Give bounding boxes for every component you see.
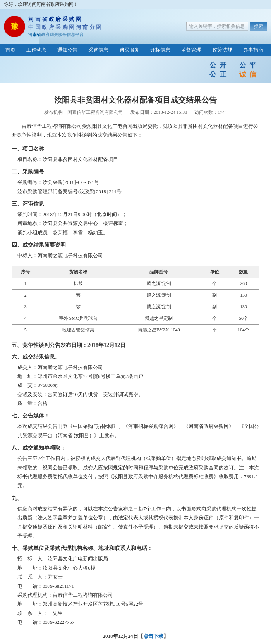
top-bar-message: 你好，欢迎访问河南省政府采购网！ <box>4 2 78 7</box>
table-cell: 腾之源/定制 <box>117 289 201 301</box>
table-cell: 室外 SMC乒乓球台 <box>39 313 117 324</box>
section8-title: 八、成交通知单领取： <box>12 445 259 452</box>
logo-emblem: 豫 <box>4 16 25 37</box>
nav-guide[interactable]: 办事指南 <box>238 44 269 56</box>
section3-content: 谈判时间：2018年12月21日9:00时（北京时间）； 所审地点：汝阳县公共资… <box>17 210 259 237</box>
table-cell: 锣 <box>39 301 117 313</box>
col-unit: 单位 <box>201 266 228 278</box>
table-row: 5地埋固管篮球架博越之星BYZX-1040个104个 <box>12 324 259 336</box>
section6-title: 六、成交结果信息。 <box>12 354 259 361</box>
section3-title: 三、评审信息 <box>12 201 259 208</box>
buyer-phone: 电 话：0379-68211171 <box>17 582 259 591</box>
section1-title: 一、项目名称 <box>12 146 259 153</box>
col-name: 货物名称 <box>39 266 117 278</box>
header: 豫 河 南 省 政 府 采 购 网 中 国 政 府 采 购 网 河 南 分 网 … <box>0 9 271 44</box>
result-party: 成交人：河南腾之源电子科技有限公司 <box>17 363 259 372</box>
banner-line2: 公正 诚信 <box>209 70 259 79</box>
table-cell: 3 <box>12 301 39 313</box>
meta-date: 发布日期：2018-12-24 15:38 <box>130 110 187 115</box>
meta-publisher: 发布机构：国泰信华工程咨询有限公司 <box>44 110 123 115</box>
table-cell: 130 <box>228 289 259 301</box>
nav-notices[interactable]: 通知公告 <box>52 44 83 56</box>
nav-bidding[interactable]: 开标信息 <box>145 44 176 56</box>
nav-policy[interactable]: 政策法规 <box>207 44 238 56</box>
section8-content: 公告三至2个工作日内，被授权的成交人代表到代理机构（或采购单位）指定地点及时领取… <box>17 454 259 490</box>
section1-content: 项目名称：汝阳县非贫困村文化器材配备项目 <box>17 155 259 164</box>
table-cell: 副 <box>201 301 228 313</box>
section9-title: 九、 <box>12 495 259 502</box>
result-table: 序号 货物名称 品牌型号 单位 数量 1排鼓腾之源/定制个2602镲腾之源/定制… <box>12 266 259 336</box>
banner-text: 公开 公平 公正 诚信 <box>209 60 259 79</box>
table-cell: 排鼓 <box>39 278 117 289</box>
result-address: 地 址：郑州市金水区文化东72号院6号楼三单元7楼西户 <box>17 372 259 381</box>
nav-work-updates[interactable]: 工作动态 <box>21 44 52 56</box>
table-cell: 104个 <box>228 324 259 336</box>
table-row: 4室外 SMC乒乓球台博越之星定制个50个 <box>12 313 259 324</box>
buyer-contact: 联 系 人：尹女士 <box>17 572 259 581</box>
nav-purchase-services[interactable]: 购买服务 <box>114 44 145 56</box>
review-location: 所审地点：汝阳县公共资源交易中心一楼评标室； <box>17 219 259 228</box>
section7-title: 七、公告媒体： <box>12 412 259 419</box>
nav-home[interactable]: 首页 <box>0 44 21 56</box>
section10-title: 十、采购单位及采购代理机构名称、地址和联系人和电话： <box>12 545 259 552</box>
section4-title: 四、成交结果简要说明 <box>12 242 259 249</box>
section9-content: 供应商对成交结果有异议的，可以在本次公告发布之日起7个工作日内，以书面形式向采购… <box>17 504 259 541</box>
date-footer: 2018年12月24日【点击下载】 <box>12 633 259 640</box>
main-content: 汝阳县非贫困村文化器材配备项目成交结果公告 发布机构：国泰信华工程咨询有限公司 … <box>0 83 271 644</box>
col-qty: 数量 <box>228 266 259 278</box>
section10-content: 招 标 人：汝阳县文化广电新闻出版局 地 址：汝阳县文化中心大楼6楼 联 系 人… <box>17 554 259 627</box>
review-time: 谈判时间：2018年12月21日9:00时（北京时间）； <box>17 210 259 219</box>
page-title: 汝阳县非贫困村文化器材配备项目成交结果公告 <box>12 95 259 105</box>
agency-address: 地 址：郑州高新技术产业开发区莲花街316号6层22号 <box>17 599 259 608</box>
review-members: 谈判小组成员：赵荣福、李雪、杨如玉。 <box>17 228 259 237</box>
meta-visits: 访问次数：1744 <box>194 110 227 115</box>
table-cell: 地埋固管篮球架 <box>39 324 117 336</box>
table-cell: 2 <box>12 289 39 301</box>
table-row: 3锣腾之源/定制副130 <box>12 301 259 313</box>
table-cell: 5 <box>12 324 39 336</box>
table-cell: 1 <box>12 278 39 289</box>
procurement-num2: 汝市采购管理部门备案编号:汝政采[2018] 214号 <box>17 187 259 196</box>
winner-name: 中标人：河南腾之源电子科技有限公司 <box>17 251 259 260</box>
buyer-name: 招 标 人：汝阳县文化广电新闻出版局 <box>17 554 259 563</box>
divider1 <box>12 644 259 644</box>
nav-download[interactable]: 文件下载 <box>269 44 271 56</box>
agency-phone: 电 话：0379-62227757 <box>17 618 259 627</box>
table-cell: 腾之源/定制 <box>117 278 201 289</box>
agency-name: 采购代理机构：富泰信华工程咨询有限公司 <box>17 591 259 599</box>
table-cell: 个 <box>201 278 228 289</box>
city-background <box>39 21 271 44</box>
banner-cheng: 诚信 <box>239 70 259 78</box>
table-row: 2镲腾之源/定制副130 <box>12 289 259 301</box>
table-cell: 个 <box>201 313 228 324</box>
buyer-address: 地 址：汝阳县文化中心大楼6楼 <box>17 563 259 572</box>
nav-supervision[interactable]: 监督管理 <box>176 44 207 56</box>
table-cell: 50个 <box>228 313 259 324</box>
agency-contact: 联 系 人：王先生 <box>17 609 259 618</box>
table-cell: 副 <box>201 289 228 301</box>
intro-text: 富泰信华工程咨询有限公司受汝阳县文化广电新闻出版局委托，就汝阳县非贫困村文化器材… <box>12 122 259 140</box>
section4-content: 中标人：河南腾之源电子科技有限公司 <box>17 251 259 260</box>
section5-title: 五、竞争性谈判公告发布日期：2018年12月12日 <box>12 342 259 349</box>
table-cell: 个 <box>201 324 228 336</box>
table-cell: 130 <box>228 301 259 313</box>
section7-content: 本次成交结果公告刊登《中国采购与招标网》、《河南招标采购综合网》、《河南省政府采… <box>17 422 259 440</box>
result-amount: 成 交：876800元 <box>17 381 259 390</box>
main-nav: 首页 工作动态 通知公告 采购信息 购买服务 开标信息 监督管理 政策法规 办事… <box>0 44 271 56</box>
download-link[interactable]: 点击下载 <box>143 633 163 639</box>
meta-info: 发布机构：国泰信华工程咨询有限公司 发布日期：2018-12-24 15:38 … <box>12 109 259 116</box>
table-cell: 博越之星BYZX-1040 <box>117 324 201 336</box>
section6-content: 成交人：河南腾之源电子科技有限公司 地 址：郑州市金水区文化东72号院6号楼三单… <box>17 363 259 408</box>
table-header-row: 序号 货物名称 品牌型号 单位 数量 <box>12 266 259 278</box>
result-delivery: 交货及安装：合同签订后10天内供货、安装并调试完毕。 <box>17 390 259 399</box>
top-bar: 你好，欢迎访问河南省政府采购网！ <box>0 0 271 9</box>
table-cell: 博越之星定制 <box>117 313 201 324</box>
table-row: 1排鼓腾之源/定制个260 <box>12 278 259 289</box>
result-quality: 质 量：合格 <box>17 399 259 408</box>
table-cell: 腾之源/定制 <box>117 301 201 313</box>
section2-content: 采购编号：汝公采购[2018]-CG-071号 汝市采购管理部门备案编号:汝政采… <box>17 178 259 196</box>
table-cell: 4 <box>12 313 39 324</box>
section2-title: 二、采购编号 <box>12 168 259 175</box>
nav-procurement-info[interactable]: 采购信息 <box>83 44 114 56</box>
banner: 公开 公平 公正 诚信 <box>0 56 271 83</box>
